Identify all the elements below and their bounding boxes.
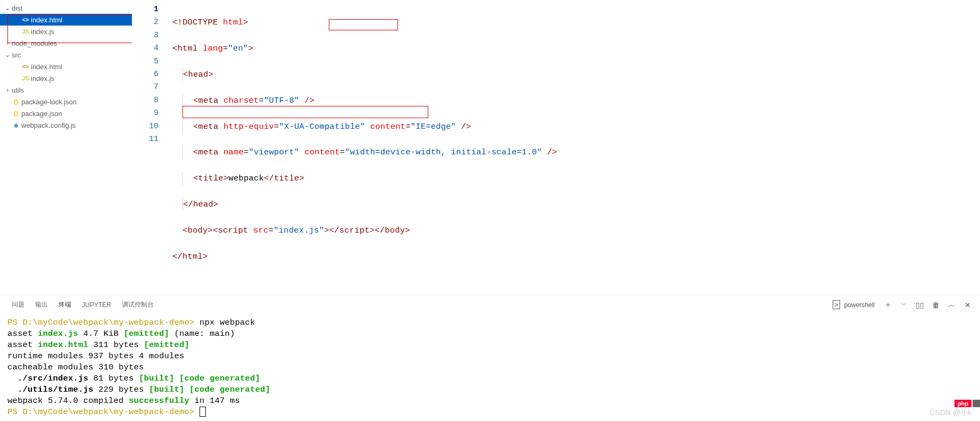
tree-item-label: package.json [21,110,62,118]
line-number: 5 [132,55,159,68]
tab-jupyter[interactable]: JUPYTER [77,295,117,314]
terminal-cursor [200,407,206,417]
tree-item-label: node_modules [12,39,57,47]
tab-debug-console[interactable]: 调试控制台 [117,295,159,314]
line-number: 4 [132,42,159,55]
chevron-right-icon: › [3,39,12,47]
line-number: 11 [132,133,159,146]
folder-node_modules[interactable]: ›node_modules [0,37,132,49]
folder-dist[interactable]: ⌄dist [0,2,132,14]
tab-output[interactable]: 输出 [30,295,53,314]
chevron-down-icon: ⌄ [3,4,12,12]
tree-item-label: package-lock.json [21,98,77,106]
tree-item-label: index.html [31,16,62,24]
line-number: 1 [132,3,159,16]
file-webpack.config.js[interactable]: ◈webpack.config.js [0,119,132,131]
line-number: 2 [132,16,159,29]
code-content[interactable]: <!DOCTYPE html> <html lang="en"> <head> … [172,0,980,295]
code-token: <!DOCTYPE [172,18,223,27]
tree-item-label: webpack.config.js [21,121,76,129]
line-number: 6 [132,68,159,81]
line-number: 3 [132,29,159,42]
line-number: 8 [132,94,159,107]
line-number: 10 [132,120,159,133]
tree-item-label: index.html [31,63,62,71]
chevron-down-icon: ⌄ [3,51,12,59]
tab-terminal[interactable]: 终端 [53,295,77,315]
line-number: 7 [132,81,159,94]
file-index.js[interactable]: JSindex.js [0,72,132,84]
chevron-right-icon: › [3,86,12,94]
line-number: 9 [132,107,159,120]
code-editor[interactable]: 1234567891011 <!DOCTYPE html> <html lang… [132,0,980,295]
file-explorer: ⌄dist<>index.htmlJSindex.js›node_modules… [0,0,132,295]
tree-item-label: utils [12,86,24,94]
watermark-csdn: CSDN @小k [929,408,971,418]
tree-item-label: index.js [31,75,54,82]
folder-src[interactable]: ⌄src [0,49,132,61]
file-index.html[interactable]: <>index.html [0,14,132,26]
folder-utils[interactable]: ›utils [0,84,132,96]
tab-problems[interactable]: 问题 [6,295,30,314]
terminal-output[interactable]: PS D:\myCode\webpack\my-webpack-demo> np… [0,314,980,421]
file-package-lock.json[interactable]: {}package-lock.json [0,96,132,108]
tree-item-label: index.js [31,28,54,36]
file-index.js[interactable]: JSindex.js [0,26,132,37]
watermark-php: php [954,400,971,407]
tree-item-label: dist [12,4,22,12]
file-index.html[interactable]: <>index.html [0,61,132,72]
watermark-php-shadow [973,400,980,407]
line-numbers: 1234567891011 [132,0,172,295]
file-package.json[interactable]: {}package.json [0,108,132,119]
tree-item-label: src [12,51,21,59]
